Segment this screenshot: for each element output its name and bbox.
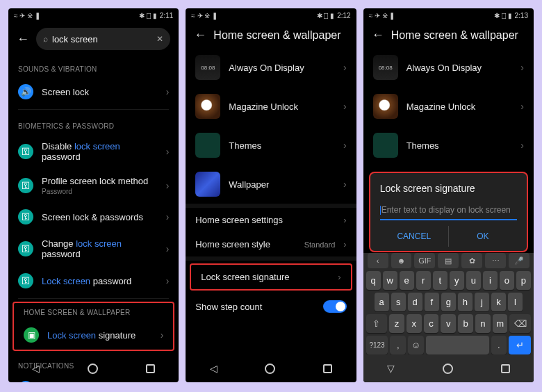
key-n[interactable]: n [475,314,491,333]
key-m[interactable]: m [493,314,508,333]
key-num[interactable]: ?123 [366,336,388,354]
key-e[interactable]: e [400,271,414,290]
themes-thumb-icon [195,133,220,158]
back-icon[interactable]: ← [194,28,206,42]
signature-input[interactable]: Enter text to display on lock screen [380,201,517,220]
row-wallpaper[interactable]: Wallpaper › [186,165,356,204]
row-lock-screen-signature[interactable]: ▣ Lock screen signature › [14,320,173,350]
row-screen-lock[interactable]: 🔊 Screen lock › [8,77,179,106]
ok-button[interactable]: OK [449,226,517,247]
key-u[interactable]: u [466,271,481,290]
key-z[interactable]: z [389,314,404,333]
status-bar: ≈ ✈ ※ ❚ ✱ ⎕ ▮2:12 [186,8,356,22]
kb-mic-icon[interactable]: 🎤 [509,253,529,268]
key-j[interactable]: j [475,293,489,311]
dialog-title: Lock screen signature [380,183,517,194]
key-icon: ⚿ [18,144,33,159]
key-dot[interactable]: . [491,336,507,354]
key-w[interactable]: w [383,271,397,290]
key-r[interactable]: r [416,271,431,290]
kb-row-4: ?123 , ☺ . ↵ [366,336,531,354]
nav-back-icon[interactable]: ◁ [210,363,217,374]
magazine-thumb-icon [373,94,398,119]
chevron-right-icon: › [343,101,347,112]
nav-home-icon[interactable] [88,364,98,374]
key-enter[interactable]: ↵ [509,336,531,354]
key-k[interactable]: k [491,293,506,311]
row-lock-screen-password[interactable]: ⚿ Lock screen password › [8,266,179,295]
row-show-step-count[interactable]: Show step count [186,293,356,320]
key-icon: ⚿ [18,273,33,288]
nav-back-icon[interactable]: ◁ [32,363,40,374]
kb-settings-icon[interactable]: ✿ [461,253,482,268]
nav-recent-icon[interactable] [501,364,510,373]
key-h[interactable]: h [458,293,473,311]
search-input[interactable]: ⌕ lock screen ✕ [36,28,170,50]
key-comma[interactable]: , [390,336,406,354]
status-bar: ≈ ✈ ※ ❚ ✱ ⎕ ▮2:11 [8,8,179,22]
chevron-right-icon: › [166,146,170,157]
step-count-toggle[interactable] [323,300,347,313]
row-always-on-display[interactable]: 08:08 Always On Display › [363,48,534,87]
key-y[interactable]: y [450,271,464,290]
row-magazine-unlock[interactable]: Magazine Unlock › [186,87,356,126]
key-b[interactable]: b [458,314,473,333]
cancel-button[interactable]: CANCEL [380,226,449,247]
nav-recent-icon[interactable] [323,364,332,373]
key-p[interactable]: p [516,271,531,290]
key-g[interactable]: g [441,293,456,311]
key-space[interactable] [426,336,489,354]
themes-thumb-icon [373,133,398,158]
chevron-right-icon: › [343,215,346,225]
row-always-on-display[interactable]: 08:08 Always On Display › [186,48,356,87]
section-biometrics: BIOMETRICS & PASSWORD [8,113,179,134]
key-q[interactable]: q [366,271,381,290]
nav-home-icon[interactable] [443,364,453,374]
row-themes[interactable]: Themes › [363,126,534,165]
kb-clipboard-icon[interactable]: ▤ [438,253,459,268]
key-c[interactable]: c [424,314,439,333]
back-icon[interactable]: ← [372,28,384,42]
chevron-right-icon: › [338,272,340,282]
row-themes[interactable]: Themes › [186,126,356,165]
row-home-style[interactable]: Home screen style Standard › [186,232,356,256]
row-screen-lock-passwords[interactable]: ⚿ Screen lock & passwords › [8,202,179,231]
row-change-lock-password[interactable]: ⚿ Change lock screen password › [8,231,179,266]
key-s[interactable]: s [391,293,406,311]
row-home-settings[interactable]: Home screen settings › [186,208,356,232]
chevron-right-icon: › [343,140,347,151]
clear-icon[interactable]: ✕ [156,34,163,44]
kb-more-icon[interactable]: ⋯ [485,253,506,268]
volume-icon: 🔊 [18,84,33,99]
key-backspace[interactable]: ⌫ [509,314,530,333]
kb-row-1: q w e r t y u i o p [366,271,531,290]
key-a[interactable]: a [375,293,389,311]
aod-thumb-icon: 08:08 [195,55,220,80]
screenshot-3-signature-dialog: ≈ ✈ ※ ❚ ✱ ⎕ ▮2:13 ← Home screen & wallpa… [363,8,534,382]
key-f[interactable]: f [425,293,439,311]
kb-gif-icon[interactable]: GIF [414,253,435,268]
key-i[interactable]: i [483,271,498,290]
nav-recent-icon[interactable] [146,364,155,373]
key-l[interactable]: l [508,293,523,311]
search-query: lock screen [52,34,152,44]
key-x[interactable]: x [406,314,422,333]
key-emoji[interactable]: ☺ [408,336,424,354]
key-icon: ⚿ [18,178,33,193]
kb-collapse-icon[interactable]: ‹ [368,253,388,268]
key-shift[interactable]: ⇧ [366,314,387,333]
nav-back-icon[interactable]: ▽ [387,363,395,374]
key-d[interactable]: d [408,293,422,311]
key-t[interactable]: t [433,271,447,290]
key-icon: ⚿ [18,241,33,256]
kb-sticker-icon[interactable]: ☻ [391,253,412,268]
nav-home-icon[interactable] [265,364,275,374]
row-lock-screen-signature[interactable]: Lock screen signature › [191,265,350,289]
row-magazine-unlock[interactable]: Magazine Unlock › [363,87,534,126]
back-icon[interactable]: ← [17,32,29,47]
row-disable-lock-password[interactable]: ⚿ Disable lock screen password › [8,134,179,169]
row-profile-lock-method[interactable]: ⚿ Profile screen lock method Password › [8,169,179,202]
kb-row-3: ⇧ z x c v b n m ⌫ [366,314,531,333]
key-o[interactable]: o [500,271,514,290]
key-v[interactable]: v [441,314,456,333]
